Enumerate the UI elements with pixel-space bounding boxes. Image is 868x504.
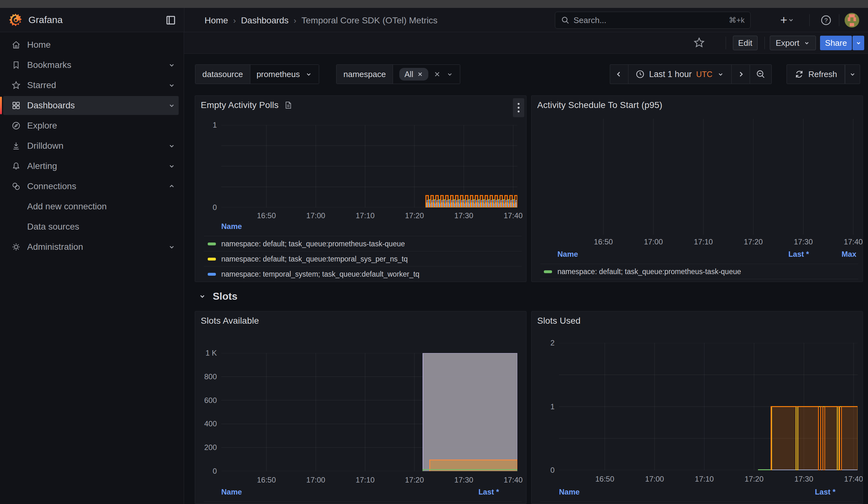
refresh-icon xyxy=(794,70,804,79)
edit-button[interactable]: Edit xyxy=(733,36,757,50)
export-button[interactable]: Export xyxy=(770,36,816,50)
sidebar-item-label: Bookmarks xyxy=(27,60,71,70)
share-menu-button[interactable] xyxy=(852,36,864,50)
time-range-picker[interactable]: Last 1 hour UTC xyxy=(628,64,731,84)
y-axis-tick-label: 600 xyxy=(195,396,217,405)
window-chrome-strip xyxy=(0,0,868,8)
chart-canvas[interactable] xyxy=(557,119,857,235)
legend-row[interactable]: namespace: temporal_system; task_queue:d… xyxy=(204,266,522,281)
active-accent-bar xyxy=(0,96,2,114)
sidebar-item-administration[interactable]: Administration xyxy=(0,237,184,257)
sidebar-item-data-sources[interactable]: Data sources xyxy=(0,217,184,237)
search-placeholder: Search... xyxy=(574,16,729,25)
dashboard-canvas: datasource prometheus namespace All Last… xyxy=(184,54,868,504)
namespace-select[interactable]: All xyxy=(393,65,460,84)
refresh-controls: Refresh xyxy=(787,64,860,84)
sidebar-item-alerting[interactable]: Alerting xyxy=(0,156,184,176)
datasource-select[interactable]: prometheus xyxy=(250,65,319,84)
sidebar-item-home[interactable]: Home xyxy=(0,35,184,55)
legend-header-name[interactable]: Name xyxy=(221,222,242,231)
panel-header[interactable]: Slots Available xyxy=(195,311,526,330)
refresh-interval-button[interactable] xyxy=(845,64,860,84)
favorite-star-icon[interactable] xyxy=(693,37,705,49)
panel-header[interactable]: Activity Schedule To Start (p95) xyxy=(531,96,862,115)
x-axis-tick-label: 17:10 xyxy=(343,211,387,220)
legend-row[interactable]: namespace: default; task_queue:prometheu… xyxy=(540,264,858,279)
panel-title[interactable]: Slots Used xyxy=(537,316,580,326)
legend-header-last[interactable]: Last * xyxy=(815,487,836,496)
panel-title[interactable]: Activity Schedule To Start (p95) xyxy=(537,100,662,110)
sidebar-item-add-new-connection[interactable]: Add new connection xyxy=(0,196,184,217)
x-axis-tick-label: 16:50 xyxy=(244,211,289,220)
sidebar-item-bookmarks[interactable]: Bookmarks xyxy=(0,55,184,75)
zoom-out-icon xyxy=(756,69,766,79)
refresh-label: Refresh xyxy=(808,70,837,79)
legend-row[interactable]: namespace: default; task_queue:temporal_… xyxy=(204,251,522,266)
y-axis-tick-label: 1 xyxy=(531,402,555,411)
legend-header-name[interactable]: Name xyxy=(557,250,578,259)
export-label: Export xyxy=(776,38,799,48)
legend-header-last[interactable]: Last * xyxy=(478,487,499,496)
sidebar-item-dashboards[interactable]: Dashboards xyxy=(0,95,184,116)
time-shift-back-button[interactable] xyxy=(610,64,628,84)
x-axis-tick-label: 17:20 xyxy=(392,211,436,220)
chart-canvas[interactable] xyxy=(559,343,858,470)
panel-title[interactable]: Slots Available xyxy=(201,316,259,326)
sidebar-item-starred[interactable]: Starred xyxy=(0,75,184,95)
add-menu-button[interactable]: + xyxy=(780,14,795,25)
panel-menu-button[interactable] xyxy=(513,98,524,117)
row-section-slots[interactable]: Slots xyxy=(198,287,237,305)
sidebar-item-label: Home xyxy=(27,40,51,50)
sidebar-collapse-icon[interactable] xyxy=(165,14,176,26)
panel-title[interactable]: Empty Activity Polls xyxy=(201,100,279,110)
description-icon[interactable] xyxy=(284,101,292,110)
legend-header-name[interactable]: Name xyxy=(559,487,579,496)
timezone-label: UTC xyxy=(696,70,712,79)
chart-canvas[interactable] xyxy=(221,125,517,207)
legend-row[interactable]: namespace: default; task_queue:prometheu… xyxy=(540,502,858,504)
y-axis-tick-label: 1 xyxy=(195,121,217,130)
legend-row[interactable]: namespace: default; task_queue:prometheu… xyxy=(204,236,522,251)
clear-all-icon[interactable] xyxy=(433,70,441,78)
drilldown-icon xyxy=(11,141,21,151)
breadcrumb-home[interactable]: Home xyxy=(205,16,228,25)
toolbar-divider xyxy=(726,37,726,49)
gear-icon xyxy=(11,242,21,252)
y-axis-tick-label: 2 xyxy=(531,339,555,347)
panel-header[interactable]: Empty Activity Polls xyxy=(195,96,526,115)
namespace-chip[interactable]: All xyxy=(399,68,428,81)
breadcrumb-separator: › xyxy=(233,16,236,25)
time-shift-forward-button[interactable] xyxy=(731,64,750,84)
breadcrumb-dashboards[interactable]: Dashboards xyxy=(241,16,289,25)
panel-slots-available: Slots Available 1 K800600400200016:5017:… xyxy=(195,311,526,504)
legend-header-name[interactable]: Name xyxy=(221,487,242,496)
search-input[interactable]: Search... ⌘+k xyxy=(555,12,751,29)
refresh-button[interactable]: Refresh xyxy=(787,64,845,84)
home-icon xyxy=(11,40,21,50)
sidebar-item-explore[interactable]: Explore xyxy=(0,116,184,136)
x-axis-tick-label: 17:30 xyxy=(782,475,826,483)
sidebar-item-drilldown[interactable]: Drilldown xyxy=(0,136,184,156)
legend-divider xyxy=(540,279,858,279)
share-button[interactable]: Share xyxy=(820,36,852,50)
zoom-out-button[interactable] xyxy=(750,64,772,84)
y-axis-tick-label: 1 K xyxy=(195,349,217,358)
sidebar-item-connections[interactable]: Connections xyxy=(0,176,184,196)
close-icon[interactable] xyxy=(417,71,423,78)
legend-header-last[interactable]: Last * xyxy=(788,250,809,259)
x-axis-tick-label: 17:30 xyxy=(442,211,486,220)
user-avatar[interactable] xyxy=(845,13,859,28)
section-title: Slots xyxy=(213,290,237,302)
legend-series-swatch xyxy=(208,273,216,276)
legend-header-max[interactable]: Max xyxy=(841,250,856,259)
sidebar-item-label: Drilldown xyxy=(27,141,63,151)
chart-canvas[interactable] xyxy=(221,353,517,471)
chevron-down-icon xyxy=(168,162,176,170)
grafana-logo[interactable] xyxy=(8,13,23,27)
panel-header[interactable]: Slots Used xyxy=(531,311,862,330)
chevron-down-icon xyxy=(198,292,206,300)
legend-row[interactable]: namespace: default; task_queue:prometheu… xyxy=(204,502,522,504)
help-button[interactable]: ? xyxy=(819,13,833,27)
chevron-down-icon xyxy=(305,70,312,78)
legend-series-label: namespace: temporal_system; task_queue:d… xyxy=(221,270,420,278)
